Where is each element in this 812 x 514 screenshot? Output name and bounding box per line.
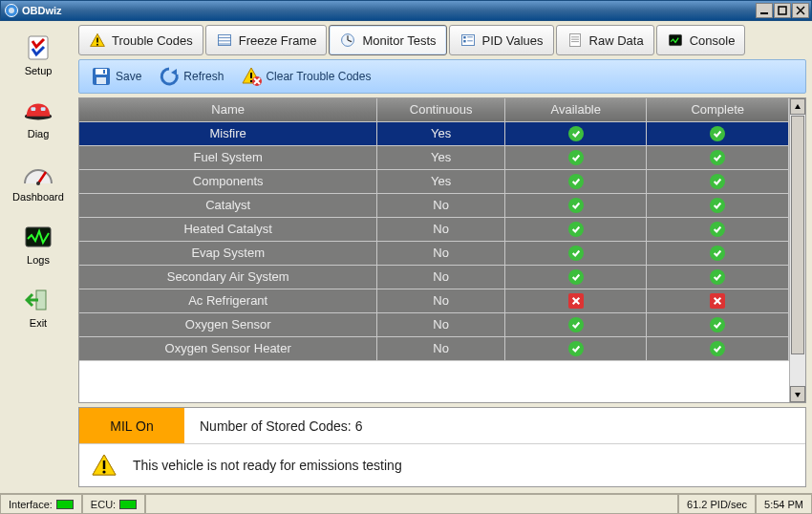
col-continuous[interactable]: Continuous (377, 98, 505, 121)
cell-available (504, 241, 647, 265)
sidebar-item-label: Setup (25, 65, 53, 76)
close-button[interactable] (792, 3, 809, 18)
table-row[interactable]: Secondary Air SystemNo (79, 265, 789, 289)
cell-continuous: No (377, 217, 505, 241)
table-row[interactable]: Heated CatalystNo (79, 217, 789, 241)
table-row[interactable]: Oxygen Sensor HeaterNo (79, 336, 789, 360)
tab-pid-values[interactable]: PID Values (449, 25, 554, 55)
table-row[interactable]: MisfireYes (79, 121, 789, 145)
cell-available (504, 289, 647, 312)
cell-name: Heated Catalyst (79, 217, 377, 241)
top-tabs: Trouble Codes Freeze Frame Monitor Tests… (78, 25, 806, 55)
table-row[interactable]: Oxygen SensorNo (79, 312, 789, 336)
cell-name: Secondary Air System (79, 265, 377, 289)
sidebar-item-label: Exit (30, 317, 47, 329)
check-ok-icon (568, 246, 584, 261)
sidebar-item-logs[interactable]: Logs (0, 214, 76, 277)
cell-complete (647, 193, 789, 217)
cell-name: Misfire (79, 121, 377, 145)
col-name[interactable]: Name (79, 98, 377, 121)
tab-label: PID Values (482, 33, 544, 48)
col-complete[interactable]: Complete (647, 98, 789, 121)
check-bad-icon (710, 293, 725, 309)
check-ok-icon (710, 198, 725, 213)
diag-icon (23, 96, 53, 126)
check-ok-icon (710, 246, 725, 261)
cell-continuous: No (377, 265, 505, 289)
save-button[interactable]: Save (85, 64, 147, 89)
status-bar: Interface: ECU: 61.2 PID/sec 5:54 PM (0, 493, 812, 514)
title-bar: OBDwiz (0, 0, 812, 21)
action-label: Clear Trouble Codes (266, 70, 371, 83)
svg-rect-7 (41, 107, 46, 111)
svg-marker-47 (795, 104, 801, 109)
tab-console[interactable]: Console (656, 25, 746, 55)
check-ok-icon (568, 126, 584, 141)
table-row[interactable]: CatalystNo (79, 193, 789, 217)
tab-freeze-frame[interactable]: Freeze Frame (205, 25, 328, 55)
check-ok-icon (568, 222, 584, 237)
svg-point-51 (102, 470, 105, 473)
col-available[interactable]: Available (504, 98, 647, 121)
action-bar: Save Refresh Clear Trouble Codes (78, 59, 806, 94)
warning-icon (89, 32, 106, 49)
sidebar-item-diag[interactable]: Diag (0, 88, 76, 151)
cell-complete (647, 217, 789, 241)
tab-trouble-codes[interactable]: Trouble Codes (78, 25, 203, 55)
clear-codes-button[interactable]: Clear Trouble Codes (235, 64, 376, 89)
minimize-button[interactable] (756, 3, 773, 18)
tab-label: Raw Data (589, 33, 644, 48)
table-row[interactable]: Evap SystemNo (79, 241, 789, 265)
sidebar: Setup Diag Dashboard Logs Exit (0, 21, 76, 493)
setup-icon (23, 32, 53, 63)
svg-point-39 (250, 80, 252, 82)
dashboard-icon (23, 159, 53, 189)
emissions-warning: This vehicle is not ready for emissions … (133, 458, 402, 473)
ecu-label: ECU: (91, 499, 116, 510)
cell-continuous: Yes (377, 121, 505, 145)
tab-label: Console (690, 33, 736, 48)
tab-monitor-tests[interactable]: Monitor Tests (329, 25, 446, 55)
cell-available (504, 193, 647, 217)
freeze-frame-icon (216, 32, 233, 49)
sidebar-item-dashboard[interactable]: Dashboard (0, 151, 76, 214)
svg-rect-35 (103, 70, 105, 74)
mil-status: MIL On (79, 408, 184, 443)
cell-available (504, 336, 647, 360)
scroll-thumb[interactable] (791, 116, 804, 354)
cell-complete (647, 121, 789, 145)
tab-label: Trouble Codes (112, 33, 193, 48)
cell-continuous: Yes (377, 169, 505, 193)
scroll-up-button[interactable] (790, 98, 805, 115)
tab-label: Monitor Tests (362, 33, 436, 48)
interface-led-icon (56, 500, 74, 509)
check-ok-icon (568, 174, 584, 189)
table-row[interactable]: ComponentsYes (79, 169, 789, 193)
cell-name: Components (79, 169, 377, 193)
interface-label: Interface: (9, 499, 53, 510)
monitor-grid: Name Continuous Available Complete Misfi… (79, 98, 789, 361)
check-ok-icon (568, 341, 584, 356)
check-ok-icon (710, 269, 725, 285)
cell-available (504, 145, 647, 169)
cell-complete (647, 241, 789, 265)
warning-icon (91, 452, 118, 479)
maximize-button[interactable] (774, 3, 791, 18)
sidebar-item-exit[interactable]: Exit (0, 277, 76, 340)
save-icon (91, 66, 112, 87)
svg-rect-34 (96, 77, 106, 84)
table-row[interactable]: Ac RefrigerantNo (79, 289, 789, 312)
cell-complete (647, 312, 789, 336)
logs-icon (23, 222, 53, 252)
clear-codes-icon (241, 66, 262, 87)
refresh-button[interactable]: Refresh (153, 64, 229, 89)
cell-name: Fuel System (79, 145, 377, 169)
tab-raw-data[interactable]: Raw Data (556, 25, 654, 55)
cell-available (504, 217, 647, 241)
sidebar-item-setup[interactable]: Setup (0, 25, 76, 88)
check-bad-icon (568, 293, 584, 309)
vertical-scrollbar[interactable] (789, 98, 805, 402)
table-row[interactable]: Fuel SystemYes (79, 145, 789, 169)
scroll-down-button[interactable] (790, 386, 805, 402)
svg-point-14 (96, 44, 98, 46)
